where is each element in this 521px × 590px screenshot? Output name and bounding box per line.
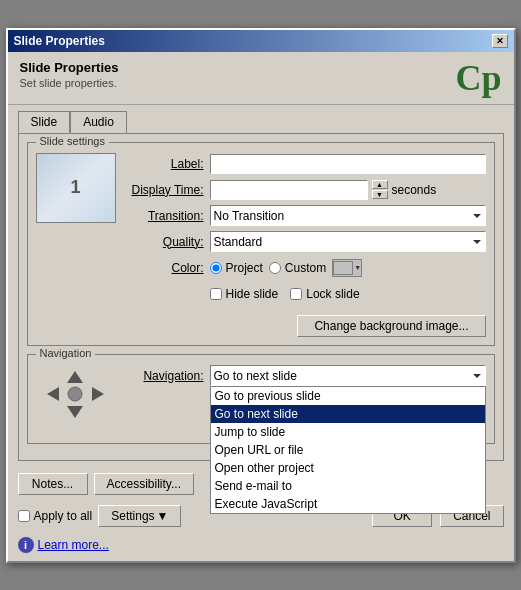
quality-select[interactable]: Standard High Low [210,231,486,252]
nav-option-js[interactable]: Execute JavaScript [211,495,485,513]
spinner-down[interactable]: ▼ [372,190,388,199]
nav-option-url[interactable]: Open URL or file [211,441,485,459]
title-bar-controls: ✕ [492,34,508,48]
hide-slide-checkbox[interactable] [210,288,222,300]
tab-bar: Slide Audio [18,111,504,133]
nav-option-jump[interactable]: Jump to slide [211,423,485,441]
nav-option-next[interactable]: Go to next slide [211,405,485,423]
svg-marker-0 [67,371,83,383]
color-options: Project Custom ▼ [210,259,363,277]
svg-marker-3 [92,387,104,401]
transition-row: Transition: No Transition Fade Dissolve … [124,205,486,227]
svg-marker-1 [67,406,83,418]
label-input[interactable] [210,154,486,174]
svg-marker-2 [47,387,59,401]
color-label: Color: [124,261,204,275]
title-bar-text: Slide Properties [14,34,105,48]
change-bg-container: Change background image... [36,311,486,337]
title-bar: Slide Properties ✕ [8,30,514,52]
nav-arrows-svg [43,367,108,422]
transition-label: Transition: [124,209,204,223]
header-text: Slide Properties Set slide properties. [20,60,119,89]
display-time-control: 6.5 ▲ ▼ seconds [210,180,437,200]
settings-arrow: ▼ [157,509,169,523]
slide-settings-group: Slide settings 1 Label: [27,142,495,346]
color-swatch [333,261,353,275]
display-time-input[interactable]: 6.5 [210,180,368,200]
slide-number: 1 [70,177,80,198]
navigation-dropdown-list: Go to previous slide Go to next slide Ju… [210,386,486,514]
slide-settings-title: Slide settings [36,135,109,147]
checkboxes: Hide slide Lock slide [210,287,360,301]
learn-more-row: i Learn more... [8,535,514,561]
settings-label: Settings [111,509,154,523]
lock-slide-label: Lock slide [306,287,359,301]
project-radio[interactable] [210,262,222,274]
apply-to-all-checkbox[interactable] [18,510,30,522]
slide-preview-inner: 1 [37,154,115,222]
dialog-body: Slide Audio Slide settings 1 [8,105,514,467]
navigation-form: Navigation: Go to next slide Go to previ… [124,365,486,387]
checkbox-row: Hide slide Lock slide [124,283,486,305]
navigation-group: Navigation [27,354,495,444]
color-dropdown-arrow: ▼ [354,264,361,271]
custom-radio[interactable] [269,262,281,274]
apply-to-all-row: Apply to all [18,509,93,523]
footer-left: Apply to all Settings ▼ [18,505,182,527]
change-background-button[interactable]: Change background image... [297,315,485,337]
tab-audio[interactable]: Audio [70,111,127,133]
quality-label: Quality: [124,235,204,249]
label-row: Label: [124,153,486,175]
transition-control: No Transition Fade Dissolve Wipe [210,205,486,226]
apply-to-all-label: Apply to all [34,509,93,523]
nav-option-prev[interactable]: Go to previous slide [211,387,485,405]
color-picker-button[interactable]: ▼ [332,259,362,277]
display-time-unit: seconds [392,183,437,197]
custom-radio-label: Custom [285,261,326,275]
navigation-group-title: Navigation [36,347,96,359]
navigation-control: Go to next slide Go to previous slide Go… [210,365,486,386]
settings-button[interactable]: Settings ▼ [98,505,181,527]
quality-row: Quality: Standard High Low [124,231,486,253]
display-time-row: Display Time: 6.5 ▲ ▼ seconds [124,179,486,201]
navigation-icon [36,365,116,425]
spinner-buttons: ▲ ▼ [372,180,388,199]
label-field-label: Label: [124,157,204,171]
navigation-field-label: Navigation: [124,369,204,383]
lock-slide-checkbox[interactable] [290,288,302,300]
hide-slide-item: Hide slide [210,287,279,301]
spinner-up[interactable]: ▲ [372,180,388,189]
navigation-row: Navigation: Go to next slide Go to previ… [124,365,486,387]
nav-option-project[interactable]: Open other project [211,459,485,477]
tab-content: Slide settings 1 Label: [18,133,504,461]
svg-point-4 [68,387,82,401]
display-time-label: Display Time: [124,183,204,197]
label-field-control [210,154,486,174]
app-logo: Cp [455,60,501,96]
transition-select[interactable]: No Transition Fade Dissolve Wipe [210,205,486,226]
header-subtitle: Set slide properties. [20,77,119,89]
tab-slide[interactable]: Slide [18,111,71,133]
project-radio-group: Project [210,261,263,275]
color-row: Color: Project Custom [124,257,486,279]
quality-control: Standard High Low [210,231,486,252]
dialog-window: Slide Properties ✕ Slide Properties Set … [6,28,516,563]
project-radio-label: Project [226,261,263,275]
close-button[interactable]: ✕ [492,34,508,48]
dialog-header: Slide Properties Set slide properties. C… [8,52,514,105]
navigation-content: Navigation: Go to next slide Go to previ… [36,365,486,425]
navigation-select[interactable]: Go to next slide [210,365,486,386]
slide-preview: 1 [36,153,116,223]
learn-more-link[interactable]: Learn more... [38,538,109,552]
slide-settings-content: 1 Label: Dis [36,153,486,305]
notes-button[interactable]: Notes... [18,473,88,495]
info-icon: i [18,537,34,553]
header-title: Slide Properties [20,60,119,75]
accessibility-button[interactable]: Accessibility... [94,473,194,495]
custom-radio-group: Custom [269,261,326,275]
form-fields: Label: Display Time: 6.5 ▲ [124,153,486,305]
hide-slide-label: Hide slide [226,287,279,301]
lock-slide-item: Lock slide [290,287,359,301]
nav-option-email[interactable]: Send e-mail to [211,477,485,495]
